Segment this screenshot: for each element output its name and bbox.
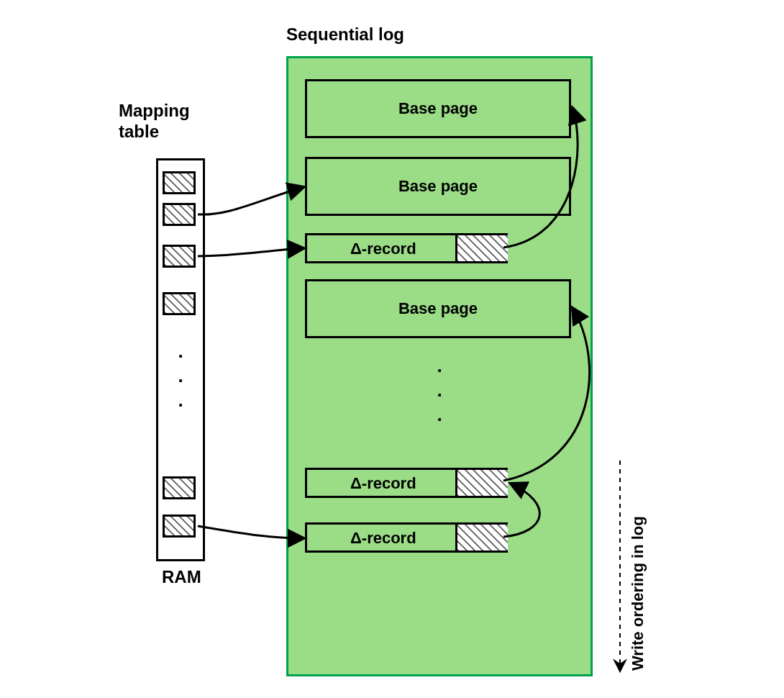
mapping-cell-3: [163, 245, 196, 268]
delta-record-box-1: Δ-record: [305, 233, 508, 263]
delta-record-label-1: Δ-record: [350, 240, 416, 258]
base-page-label-1: Base page: [398, 99, 478, 118]
base-page-label-3: Base page: [398, 299, 478, 318]
write-ordering-label: Write ordering in log: [629, 516, 647, 671]
base-page-box-2: Base page: [305, 157, 571, 216]
log-dots: ···: [436, 358, 443, 432]
delta-record-pointer-2: [455, 470, 508, 496]
delta-record-box-3: Δ-record: [305, 522, 508, 553]
mapping-cell-6: [163, 515, 196, 538]
delta-record-pointer-1: [455, 235, 508, 261]
mapping-cell-4: [163, 292, 196, 315]
sequential-log-title: Sequential log: [286, 24, 404, 45]
delta-record-box-2: Δ-record: [305, 468, 508, 498]
diagram-stage: Sequential log Mapping table ··· RAM Bas…: [0, 0, 784, 698]
ram-label: RAM: [162, 567, 201, 588]
base-page-box-3: Base page: [305, 279, 571, 338]
base-page-box-1: Base page: [305, 79, 571, 138]
delta-record-pointer-3: [455, 525, 508, 550]
mapping-cell-5: [163, 476, 196, 499]
base-page-label-2: Base page: [398, 177, 478, 196]
delta-record-label-3: Δ-record: [350, 529, 416, 548]
mapping-cell-2: [163, 203, 196, 226]
mapping-table-title: Mapping table: [119, 101, 190, 142]
mapping-dots: ···: [177, 344, 184, 417]
delta-record-label-2: Δ-record: [350, 474, 416, 493]
mapping-cell-1: [163, 171, 196, 194]
